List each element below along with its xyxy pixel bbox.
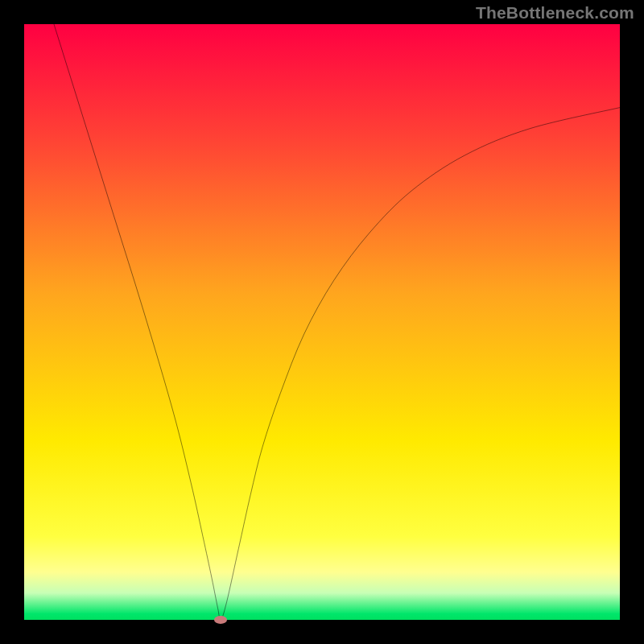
optimal-point-marker [214, 616, 227, 624]
chart-frame: TheBottleneck.com [0, 0, 644, 644]
watermark-text: TheBottleneck.com [476, 3, 634, 23]
bottleneck-curve [24, 24, 620, 620]
plot-area [24, 24, 620, 620]
